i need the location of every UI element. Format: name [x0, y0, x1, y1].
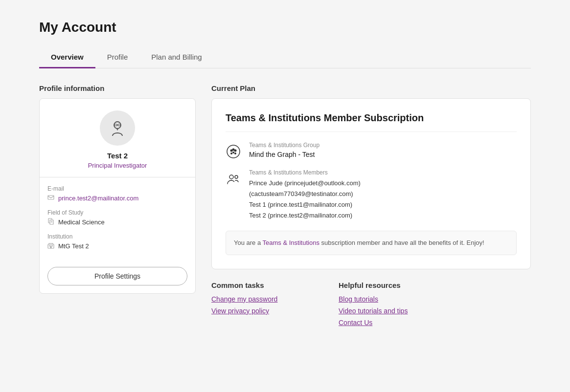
contact-us-link[interactable]: Contact Us: [339, 319, 436, 327]
plan-members-section: Teams & Institutions Members Prince Jude…: [226, 169, 517, 221]
page-title: My Account: [39, 20, 531, 35]
plan-title: Teams & Institutions Member Subscription: [226, 112, 517, 132]
profile-settings-button[interactable]: Profile Settings: [47, 267, 187, 285]
institution-group: Institution: [47, 233, 187, 250]
institution-value: MtG Test 2: [58, 242, 89, 250]
profile-info-heading: Profile information: [39, 84, 196, 92]
plan-group-content: Teams & Institutions Group Mind the Grap…: [249, 142, 319, 158]
plan-members-label: Teams & Institutions Members: [249, 169, 361, 176]
svg-point-24: [235, 175, 238, 178]
email-label: E-mail: [47, 185, 187, 192]
group-icon: [226, 144, 241, 159]
helpful-resources-column: Helpful resources Blog tutorials Video t…: [339, 281, 436, 330]
svg-rect-12: [49, 245, 50, 246]
plan-note: You are a Teams & Institutions subscript…: [226, 231, 517, 255]
svg-rect-6: [48, 196, 54, 199]
plan-members-list: Prince Jude (princejudet@outlook.com) (c…: [249, 178, 361, 221]
tab-profile[interactable]: Profile: [95, 47, 140, 68]
plan-members-content: Teams & Institutions Members Prince Jude…: [249, 169, 361, 221]
member-1: Prince Jude (princejudet@outlook.com): [249, 178, 361, 189]
svg-point-22: [232, 152, 234, 153]
current-plan-heading: Current Plan: [211, 84, 531, 92]
blog-tutorials-link[interactable]: Blog tutorials: [339, 295, 436, 303]
member-4: Test 2 (prince.test2@mailinator.com): [249, 210, 361, 221]
plan-group-label: Teams & Institutions Group: [249, 142, 319, 149]
tab-plan-billing[interactable]: Plan and Billing: [139, 47, 213, 68]
bottom-section: Common tasks Change my password View pri…: [211, 281, 531, 330]
svg-point-19: [232, 149, 235, 151]
svg-rect-15: [50, 246, 52, 248]
user-avatar-icon: [108, 118, 127, 138]
right-panel: Current Plan Teams & Institutions Member…: [211, 84, 531, 330]
video-tutorials-link[interactable]: Video tutorials and tips: [339, 307, 436, 315]
common-tasks-heading: Common tasks: [211, 281, 309, 289]
field-of-study-icon: [47, 218, 54, 226]
common-tasks-column: Common tasks Change my password View pri…: [211, 281, 309, 330]
helpful-resources-heading: Helpful resources: [339, 281, 436, 289]
left-panel: Profile information: [39, 84, 196, 294]
svg-rect-14: [52, 245, 53, 246]
svg-point-20: [230, 152, 232, 154]
field-of-study-label: Field of Study: [47, 209, 187, 216]
svg-point-21: [234, 152, 236, 154]
plan-group-value: Mind the Graph - Test: [249, 151, 319, 158]
privacy-policy-link[interactable]: View privacy policy: [211, 307, 309, 315]
tabs-bar: Overview Profile Plan and Billing: [39, 47, 531, 68]
current-plan-card: Teams & Institutions Member Subscription: [211, 98, 531, 269]
field-of-study-group: Field of Study Medical Science: [47, 209, 187, 226]
email-icon: [47, 194, 54, 202]
institution-value-row: MtG Test 2: [47, 242, 187, 250]
tab-overview[interactable]: Overview: [39, 47, 95, 68]
svg-rect-13: [50, 245, 51, 246]
avatar: [100, 110, 135, 146]
institution-label: Institution: [47, 233, 187, 240]
member-2: (cactusteam770349@testinator.com): [249, 189, 361, 199]
institution-icon: [47, 242, 54, 250]
plan-group-section: Teams & Institutions Group Mind the Grap…: [226, 142, 517, 159]
change-password-link[interactable]: Change my password: [211, 295, 309, 303]
content-area: Profile information: [39, 84, 531, 330]
profile-fields: E-mail prince.test2@mailinator.com: [40, 177, 195, 265]
member-3: Test 1 (prince.test1@mailinator.com): [249, 199, 361, 210]
members-icon: [226, 171, 241, 187]
email-value: prince.test2@mailinator.com: [58, 195, 138, 202]
plan-note-highlight: Teams & Institutions: [263, 239, 319, 246]
email-field-group: E-mail prince.test2@mailinator.com: [47, 185, 187, 202]
profile-role: Principal Investigator: [88, 162, 147, 169]
profile-name: Test 2: [107, 152, 128, 160]
field-of-study-value: Medical Science: [58, 218, 105, 226]
svg-point-23: [229, 175, 233, 179]
field-of-study-value-row: Medical Science: [47, 218, 187, 226]
profile-avatar-section: Test 2 Principal Investigator: [40, 99, 195, 177]
profile-card: Test 2 Principal Investigator E-mail: [39, 98, 196, 294]
email-value-row: prince.test2@mailinator.com: [47, 194, 187, 202]
